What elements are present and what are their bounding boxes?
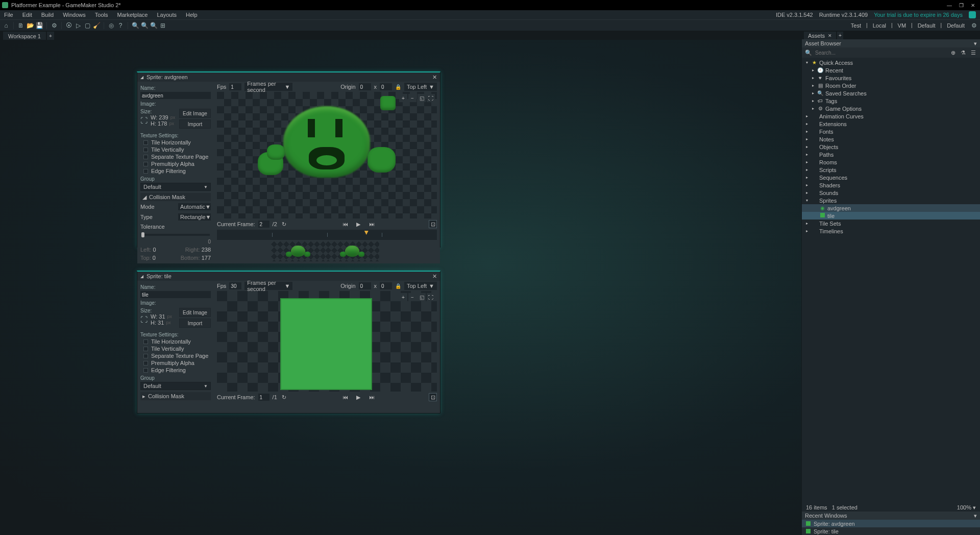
asset-tree[interactable]: ▾★Quick Access ▸🕘Recent ▸♥Favourites ▸▤R… [802,58,980,503]
tree-notes[interactable]: ▸Notes [802,135,980,143]
preview-zoom-fit-icon[interactable]: ◱ [418,94,426,102]
preview-zoom-full-icon[interactable]: ⛶ [427,293,435,301]
chk-premult[interactable]: Premultiply Alpha [143,161,211,167]
add-asset-icon[interactable]: ⊕ [949,49,957,56]
preview-zoom-in-icon[interactable]: + [399,94,407,102]
tab-close-icon[interactable]: ✕ [828,33,832,38]
home-icon[interactable]: ⌂ [2,21,10,30]
tree-quick-access[interactable]: ▾★Quick Access [802,59,980,66]
sprite-window-header[interactable]: ◢Sprite: tile ✕ [137,272,440,281]
tree-favourites[interactable]: ▸♥Favourites [802,74,980,82]
maximize-button[interactable]: ❐ [959,3,964,8]
sprite-preview[interactable]: + − ◱ ⛶ [217,291,437,392]
tree-game-options[interactable]: ▸⚙Game Options [802,105,980,112]
tree-saved-searches[interactable]: ▸🔍Saved Searches [802,89,980,97]
collision-mask-section[interactable]: ◢Collision Mask [140,193,211,201]
target-local[interactable]: Local [873,22,886,29]
target-settings-icon[interactable]: ⚙ [970,21,978,30]
origin-lock-icon[interactable]: 🔒 [395,283,401,289]
tree-tilesets[interactable]: ▸Tile Sets [802,220,980,227]
prev-frame-icon[interactable]: ⏮ [341,393,349,401]
loop-icon[interactable]: ↻ [280,220,288,228]
edit-image-button[interactable]: Edit Image [179,308,211,317]
help-icon[interactable]: ? [116,21,125,30]
tree-extensions[interactable]: ▸Extensions [802,120,980,128]
recent-item-tile[interactable]: Sprite: tile [802,527,980,535]
broadcast-icon[interactable]: ⊡ [429,220,437,228]
filter-icon[interactable]: ⚗ [960,49,967,56]
menu-build[interactable]: Build [41,12,54,18]
fps-mode-dropdown[interactable]: Frames per second▼ [244,282,292,290]
resize-icon[interactable]: ⛶ [140,116,148,125]
next-frame-icon[interactable]: ⏭ [368,220,376,228]
tab-workspace-1[interactable]: Workspace 1 [3,32,46,40]
tolerance-slider[interactable] [141,234,210,236]
mode-dropdown[interactable]: Automatic▼ [178,203,211,210]
preview-zoom-out-icon[interactable]: − [408,293,416,301]
tree-sprites[interactable]: ▾Sprites [802,197,980,204]
save-icon[interactable]: 💾 [35,21,43,30]
chk-tile-v[interactable]: Tile Vertically [143,346,211,352]
tree-fonts[interactable]: ▸Fonts [802,128,980,135]
origin-y-input[interactable] [380,83,392,90]
origin-x-input[interactable] [359,83,371,90]
type-dropdown[interactable]: Rectangle▼ [178,213,211,221]
chk-sep-page[interactable]: Separate Texture Page [143,154,211,160]
chk-tile-h[interactable]: Tile Horizontally [143,338,211,345]
menu-marketplace[interactable]: Marketplace [117,12,148,18]
origin-y-input[interactable] [380,282,392,289]
tab-add-panel[interactable]: + [837,32,843,39]
next-frame-icon[interactable]: ⏭ [368,393,376,401]
chk-tile-h[interactable]: Tile Horizontally [143,139,211,145]
tree-sounds[interactable]: ▸Sounds [802,189,980,197]
import-button[interactable]: Import [179,319,211,328]
run-icon[interactable]: ▷ [74,21,82,30]
menu-tools[interactable]: Tools [95,12,108,18]
fps-mode-dropdown[interactable]: Frames per second▼ [244,83,292,91]
name-input[interactable] [140,92,211,99]
current-frame-input[interactable] [258,221,270,228]
menu-edit[interactable]: Edit [22,12,32,18]
collision-mask-section[interactable]: ▸Collision Mask [140,392,211,400]
notification-icon[interactable] [969,11,976,18]
tree-timelines[interactable]: ▸Timelines [802,227,980,235]
tree-sprite-tile[interactable]: tile [802,212,980,220]
target-device[interactable]: Default [947,22,965,29]
origin-lock-icon[interactable]: 🔒 [395,84,401,90]
preview-zoom-full-icon[interactable]: ⛶ [427,94,435,102]
chk-edge[interactable]: Edge Filtering [143,367,211,373]
chk-sep-page[interactable]: Separate Texture Page [143,353,211,359]
timeline[interactable] [217,230,437,240]
tree-scripts[interactable]: ▸Scripts [802,166,980,174]
target-vm[interactable]: VM [898,22,906,29]
tree-shaders[interactable]: ▸Shaders [802,181,980,189]
tree-sprite-avdgreen[interactable]: ◉avdgreen [802,204,980,212]
clean-icon[interactable]: 🧹 [92,21,101,30]
target-config[interactable]: Default [918,22,936,29]
chk-premult[interactable]: Premultiply Alpha [143,360,211,366]
tree-zoom[interactable]: 100% ▾ [957,504,976,511]
menu-layouts[interactable]: Layouts [157,12,177,18]
origin-mode-dropdown[interactable]: Top Left▼ [404,83,437,91]
collapse-icon[interactable]: ◢ [140,75,143,80]
prev-frame-icon[interactable]: ⏮ [341,220,349,228]
chevron-down-icon[interactable]: ▾ [974,513,977,519]
open-project-icon[interactable]: 📂 [26,21,34,30]
fps-input[interactable] [229,83,241,90]
stop-icon[interactable]: ▢ [83,21,91,30]
debug-icon[interactable]: ⦿ [65,21,73,30]
name-input[interactable] [140,291,211,298]
recent-item-avdgreen[interactable]: Sprite: avdgreen [802,520,980,527]
preview-zoom-in-icon[interactable]: + [399,293,407,301]
zoom-reset-icon[interactable]: 🔍 [150,21,158,30]
tab-assets[interactable]: Assets✕ [804,32,836,39]
target-test[interactable]: Test [851,22,861,29]
chk-tile-v[interactable]: Tile Vertically [143,147,211,153]
import-button[interactable]: Import [179,119,211,129]
menu-file[interactable]: File [4,12,13,18]
tree-objects[interactable]: ▸Objects [802,143,980,151]
group-dropdown[interactable]: Default▼ [140,382,211,390]
game-options-icon[interactable]: ⚙ [50,21,58,30]
tree-room-order[interactable]: ▸▤Room Order [802,82,980,89]
sprite-preview[interactable]: + − ◱ ⛶ [217,92,437,218]
